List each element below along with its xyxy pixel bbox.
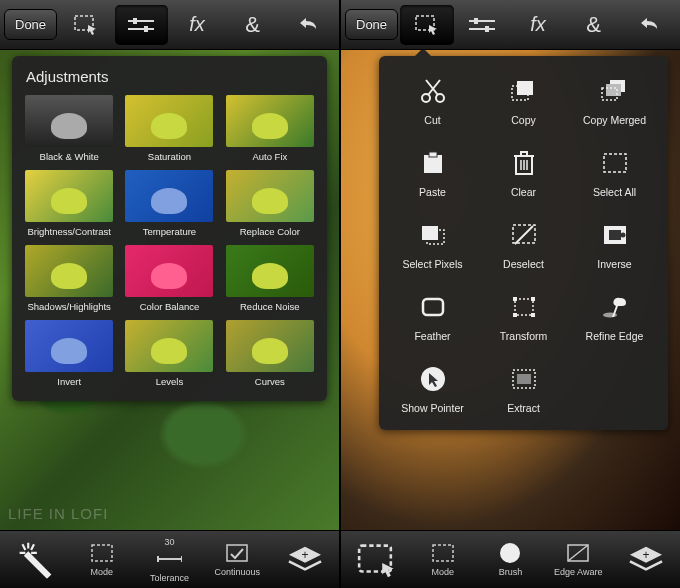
fx-button[interactable]: fx — [511, 5, 565, 45]
adj-shadows-highlights[interactable]: Shadows/Highlights — [22, 245, 116, 312]
ampersand-button[interactable]: & — [567, 5, 621, 45]
sel-show-pointer[interactable]: Show Pointer — [391, 364, 474, 414]
sel-select-all[interactable]: Select All — [573, 148, 656, 198]
svg-line-18 — [428, 80, 440, 95]
adjustments-button[interactable] — [456, 5, 510, 45]
undo-button[interactable] — [281, 5, 335, 45]
clear-icon — [509, 148, 539, 178]
svg-rect-41 — [423, 299, 443, 315]
svg-rect-13 — [474, 18, 478, 24]
bottombar-left: Mode 30Tolerance Continuous + — [0, 530, 339, 588]
adj-auto-fix[interactable]: Auto Fix — [223, 95, 317, 162]
svg-rect-4 — [144, 26, 148, 32]
svg-rect-25 — [424, 155, 442, 173]
adj-curves[interactable]: Curves — [223, 320, 317, 387]
adj-brightness-contrast[interactable]: Brightness/Contrast — [22, 170, 116, 237]
adj-invert[interactable]: Invert — [22, 320, 116, 387]
sel-extract[interactable]: Extract — [482, 364, 565, 414]
svg-rect-34 — [422, 226, 438, 240]
selection-tool-button[interactable] — [59, 5, 113, 45]
svg-rect-44 — [531, 297, 535, 301]
deselect-icon — [509, 220, 539, 250]
topbar-right: Done fx & — [341, 0, 680, 50]
layers-button[interactable]: + — [271, 531, 339, 588]
sel-select-pixels[interactable]: Select Pixels — [391, 220, 474, 270]
adj-levels[interactable]: Levels — [122, 320, 216, 387]
sel-paste[interactable]: Paste — [391, 148, 474, 198]
adj-replace-color[interactable]: Replace Color — [223, 170, 317, 237]
svg-rect-45 — [513, 313, 517, 317]
adj-color-balance[interactable]: Color Balance — [122, 245, 216, 312]
svg-point-47 — [603, 313, 617, 318]
sel-refine-edge[interactable]: Refine Edge — [573, 292, 656, 342]
refine-edge-icon — [600, 292, 630, 322]
sel-clear[interactable]: Clear — [482, 148, 565, 198]
selection-panel: Cut Copy Copy Merged Paste Clear Select … — [379, 56, 668, 430]
svg-rect-39 — [609, 230, 621, 240]
select-all-icon — [600, 148, 630, 178]
cut-icon — [418, 76, 448, 106]
wand-button[interactable] — [0, 531, 68, 588]
svg-rect-26 — [429, 152, 437, 157]
mode-icon — [89, 542, 115, 564]
undo-button[interactable] — [622, 5, 676, 45]
copy-merged-icon — [600, 76, 630, 106]
svg-line-54 — [568, 545, 588, 561]
done-button[interactable]: Done — [345, 9, 398, 40]
brush-button[interactable]: Brush — [477, 531, 545, 588]
edge-aware-button[interactable]: Edge Aware — [544, 531, 612, 588]
canvas-left: LIFE IN LOFI Adjustments Black & White S… — [0, 50, 339, 530]
continuous-icon — [224, 542, 250, 564]
fx-button[interactable]: fx — [170, 5, 224, 45]
svg-rect-43 — [513, 297, 517, 301]
adj-black-white[interactable]: Black & White — [22, 95, 116, 162]
show-pointer-icon — [418, 364, 448, 394]
adjustments-button[interactable] — [115, 5, 169, 45]
adj-temperature[interactable]: Temperature — [122, 170, 216, 237]
brush-icon — [497, 542, 523, 564]
svg-rect-9 — [227, 545, 247, 561]
sel-cut[interactable]: Cut — [391, 76, 474, 126]
svg-line-19 — [426, 80, 438, 95]
lasso-button[interactable] — [341, 531, 409, 588]
layers-button[interactable]: + — [612, 531, 680, 588]
svg-rect-52 — [433, 545, 453, 561]
adj-saturation[interactable]: Saturation — [122, 95, 216, 162]
sel-inverse[interactable]: Inverse — [573, 220, 656, 270]
svg-rect-20 — [517, 81, 533, 95]
svg-rect-15 — [485, 26, 489, 32]
svg-text:+: + — [302, 547, 309, 561]
mode-button[interactable]: Mode — [68, 531, 136, 588]
continuous-button[interactable]: Continuous — [203, 531, 271, 588]
ampersand-button[interactable]: & — [226, 5, 280, 45]
svg-point-40 — [620, 233, 625, 238]
sel-transform[interactable]: Transform — [482, 292, 565, 342]
screenshot-right: Done fx & Cut Copy Copy Merged Paste Cle… — [341, 0, 680, 588]
mode-button[interactable]: Mode — [409, 531, 477, 588]
sel-copy-merged[interactable]: Copy Merged — [573, 76, 656, 126]
panel-title: Adjustments — [22, 68, 317, 85]
svg-text:+: + — [643, 547, 650, 561]
canvas-right: Cut Copy Copy Merged Paste Clear Select … — [341, 50, 680, 530]
adj-reduce-noise[interactable]: Reduce Noise — [223, 245, 317, 312]
svg-rect-42 — [515, 299, 533, 315]
selection-tool-button[interactable] — [400, 5, 454, 45]
lasso-icon — [359, 546, 390, 572]
sel-copy[interactable]: Copy — [482, 76, 565, 126]
done-button[interactable]: Done — [4, 9, 57, 40]
sel-deselect[interactable]: Deselect — [482, 220, 565, 270]
svg-rect-46 — [531, 313, 535, 317]
watermark: LIFE IN LOFI — [8, 505, 108, 522]
layers-icon: + — [630, 546, 661, 572]
tolerance-button[interactable]: 30Tolerance — [136, 531, 204, 588]
svg-rect-5 — [92, 545, 112, 561]
topbar-left: Done fx & — [0, 0, 339, 50]
copy-icon — [509, 76, 539, 106]
sel-feather[interactable]: Feather — [391, 292, 474, 342]
svg-rect-23 — [606, 84, 621, 96]
extract-icon — [509, 364, 539, 394]
svg-rect-33 — [604, 154, 626, 172]
paste-icon — [418, 148, 448, 178]
svg-rect-50 — [517, 374, 531, 384]
select-pixels-icon — [418, 220, 448, 250]
